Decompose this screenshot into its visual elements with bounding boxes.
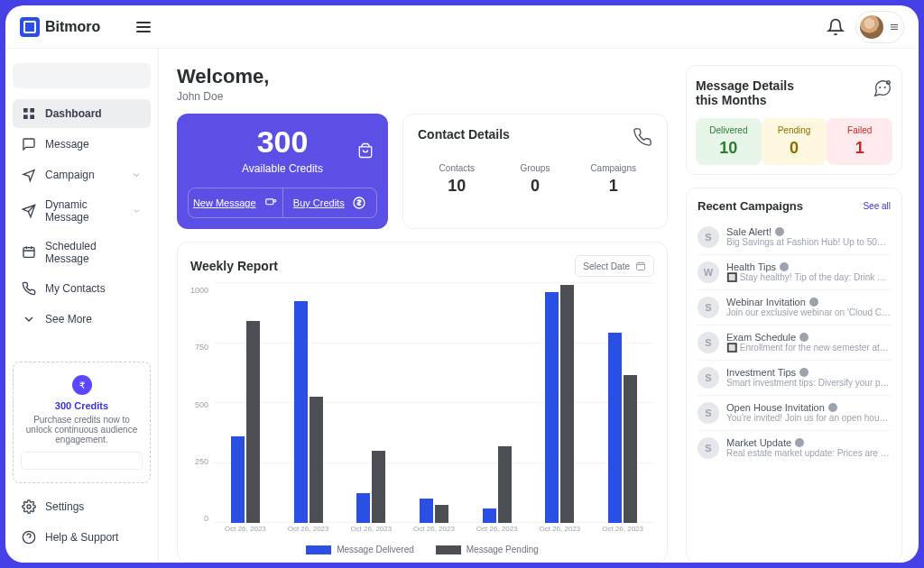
campaign-avatar: W: [698, 261, 719, 283]
contact-stat: Contacts10: [418, 158, 496, 201]
msg-stat-pending: Pending0: [762, 118, 827, 165]
bar: [483, 508, 496, 523]
campaign-avatar: S: [698, 332, 719, 353]
main-content: Welcome, John Doe 300 Available Credits: [159, 49, 919, 563]
campaign-avatar: S: [698, 367, 719, 389]
report-title: Weekly Report: [190, 259, 278, 273]
sidebar-item-my-contacts[interactable]: My Contacts: [13, 274, 151, 303]
msg-stat-failed: Failed1: [827, 118, 892, 165]
svg-point-11: [880, 87, 881, 88]
status-dot-icon: [809, 298, 818, 307]
svg-rect-0: [23, 108, 28, 113]
msg-stat-delivered: Delivered10: [696, 118, 762, 165]
svg-rect-7: [265, 199, 273, 205]
sidebar-toggle-icon[interactable]: [136, 22, 151, 32]
bar: [294, 301, 308, 523]
bar: [498, 446, 512, 523]
promo-button[interactable]: [21, 452, 143, 470]
bar: [624, 375, 637, 523]
svg-rect-1: [30, 108, 34, 113]
promo-text: Purchase credits now to unlock continuou…: [21, 415, 143, 444]
logo[interactable]: Bitmoro: [20, 17, 100, 37]
sidebar-item-scheduled-message[interactable]: Scheduled Message: [13, 233, 151, 272]
chat-icon: [873, 78, 892, 98]
welcome-title: Welcome,: [177, 65, 668, 88]
sidebar-item-help-support[interactable]: Help & Support: [13, 523, 151, 552]
brand-name: Bitmoro: [45, 19, 100, 35]
message-details-title: Message Details this Months: [696, 78, 813, 107]
calendar-icon: [635, 261, 646, 271]
user-menu[interactable]: [855, 11, 904, 43]
bar: [372, 451, 385, 523]
phone-icon: [633, 127, 652, 147]
campaign-item[interactable]: SWebinar InvitationJoin our exclusive we…: [698, 289, 891, 325]
campaign-item[interactable]: SMarket UpdateReal estate market update:…: [698, 430, 891, 465]
bar: [435, 505, 448, 523]
nav-icon: [22, 281, 36, 296]
credits-card: 300 Available Credits New Message: [177, 114, 388, 229]
new-message-button[interactable]: New Message: [189, 188, 283, 217]
svg-rect-3: [30, 115, 34, 119]
campaign-item[interactable]: WHealth Tips🔲 Stay healthy! Tip of the d…: [698, 254, 891, 289]
campaign-item[interactable]: SSale Alert!Big Savings at Fashion Hub! …: [698, 220, 891, 254]
campaigns-title: Recent Campaigns: [698, 199, 803, 213]
credits-badge-icon: ₹: [72, 375, 92, 395]
sidebar-item-see-more[interactable]: See More: [13, 305, 151, 334]
svg-point-12: [884, 87, 885, 88]
sidebar-item-dashboard[interactable]: Dashboard: [13, 99, 151, 128]
topbar: Bitmoro: [5, 5, 919, 49]
promo-title: 300 Credits: [21, 400, 143, 411]
nav-icon: [22, 245, 36, 260]
svg-point-8: [273, 200, 275, 202]
sidebar-item-settings[interactable]: Settings: [13, 492, 151, 521]
sidebar-item-message[interactable]: Message: [13, 130, 151, 159]
see-all-link[interactable]: See all: [863, 201, 891, 211]
bar: [231, 436, 245, 523]
status-dot-icon: [799, 333, 808, 342]
credits-value: 300: [242, 126, 323, 157]
bar: [246, 321, 260, 523]
campaign-avatar: S: [698, 297, 719, 318]
svg-rect-2: [23, 115, 28, 119]
bar: [310, 397, 323, 523]
chart-legend: Message Delivered Message Pending: [190, 545, 654, 554]
nav-icon: [22, 168, 36, 182]
sidebar-item-campaign[interactable]: Campaign: [13, 160, 151, 189]
status-dot-icon: [775, 227, 784, 236]
weekly-report-card: Weekly Report Select Date 10007505002500…: [177, 242, 668, 563]
buy-credits-button[interactable]: Buy Credits: [283, 188, 377, 217]
select-date-button[interactable]: Select Date: [575, 255, 654, 277]
contact-details-title: Contact Details: [418, 127, 510, 142]
nav-icon: [22, 137, 36, 151]
credits-promo: ₹ 300 Credits Purchase credits now to un…: [13, 362, 151, 483]
sidebar: DashboardMessageCampaignDynamic MessageS…: [5, 49, 159, 563]
wallet-icon: [354, 142, 377, 160]
bar: [356, 493, 370, 523]
svg-point-5: [27, 505, 31, 508]
logo-mark-icon: [20, 17, 40, 37]
credits-label: Available Credits: [242, 162, 323, 175]
status-dot-icon: [780, 262, 789, 271]
contact-details-card: Contact Details Contacts10Groups0Campaig…: [402, 114, 668, 229]
contact-stat: Campaigns1: [574, 158, 652, 201]
notification-icon[interactable]: [827, 18, 845, 36]
contact-stat: Groups0: [496, 158, 575, 201]
nav-icon: [22, 312, 36, 326]
chevron-down-icon: [132, 206, 142, 216]
nav-icon: [22, 204, 36, 218]
nav-icon: [22, 499, 36, 514]
message-details-card: Message Details this Months Delivered10P…: [686, 65, 902, 175]
svg-rect-4: [23, 248, 34, 258]
campaign-item[interactable]: SExam Schedule🔲 Enrollment for the new s…: [698, 325, 891, 360]
org-selector[interactable]: [13, 63, 151, 88]
status-dot-icon: [828, 403, 837, 412]
bar: [608, 333, 622, 523]
campaign-item[interactable]: SInvestment TipsSmart investment tips: D…: [698, 360, 891, 395]
recent-campaigns-card: Recent Campaigns See all SSale Alert!Big…: [686, 188, 902, 563]
campaign-item[interactable]: SOpen House InvitationYou're invited! Jo…: [698, 395, 891, 430]
chevron-down-icon: [131, 169, 142, 180]
campaign-avatar: S: [698, 402, 719, 424]
sidebar-item-dynamic-message[interactable]: Dynamic Message: [13, 191, 151, 231]
svg-rect-10: [637, 263, 645, 270]
campaign-avatar: S: [698, 226, 719, 248]
